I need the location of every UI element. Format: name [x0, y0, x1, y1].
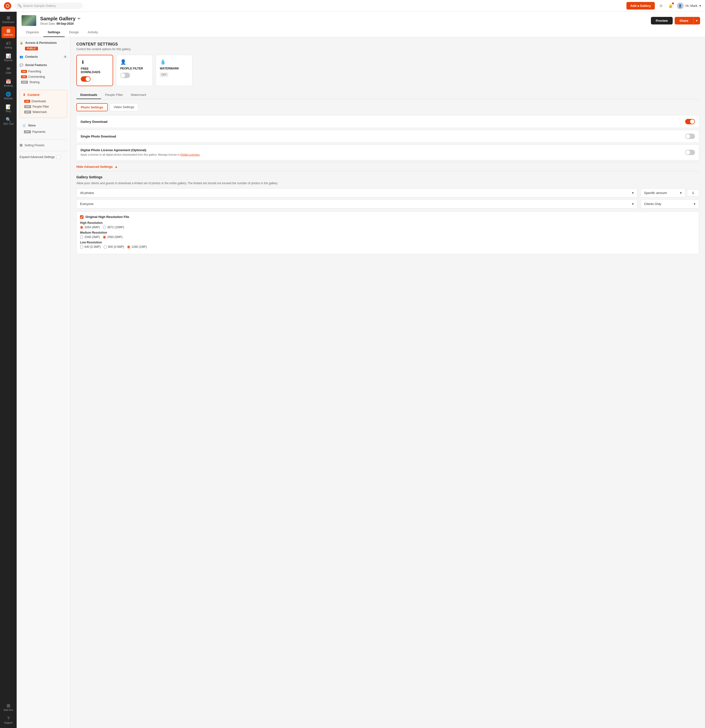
sidebar-item-reports[interactable]: 📊 Reports — [1, 52, 15, 64]
user-greeting: Hi, Mark — [686, 4, 698, 7]
specific-amount-select[interactable]: Specific amount ▾ — [640, 188, 685, 197]
contacts-header: 👥 Contacts 0 — [20, 55, 67, 58]
content-settings-desc: Control the content options for this gal… — [77, 48, 699, 51]
sidebar-label-booking: Booking — [4, 84, 13, 87]
setting-presets-label: Setting Presets — [25, 144, 44, 147]
access-permissions-title: Access & Permissions — [25, 41, 57, 45]
logo[interactable] — [4, 2, 11, 10]
commenting-tag: ON — [21, 75, 27, 78]
sidebar-item-support[interactable]: ? Support — [1, 714, 15, 726]
sharing-tag: OFF — [21, 81, 28, 84]
clients-only-select[interactable]: Clients Only ▾ — [640, 199, 699, 208]
digital-license-title: Digital Photo License Agreement (Optiona… — [81, 148, 685, 152]
low-res-radio-3[interactable] — [127, 246, 130, 248]
tab-settings[interactable]: Settings — [43, 28, 65, 37]
everyone-select[interactable]: Everyone ▾ — [77, 199, 637, 208]
high-res-group: High Resolution 3264 (8MP) 3872 (10MP) — [80, 221, 695, 229]
all-photos-select[interactable]: All photos ▾ — [77, 188, 637, 197]
sidebar-label-galleries: Galleries — [3, 33, 13, 36]
medium-res-radio-1[interactable] — [80, 235, 83, 239]
social-sharing: OFF Sharing — [20, 79, 67, 85]
expand-advanced-checkbox[interactable] — [56, 155, 61, 159]
sidebar-item-seo[interactable]: 🔍 SEO Tool — [1, 116, 15, 127]
sub-tab-watermark[interactable]: Watermark — [127, 91, 150, 99]
digital-license-knob — [686, 150, 690, 155]
sub-tab-downloads[interactable]: Downloads — [77, 91, 101, 99]
setting-presets[interactable]: 🖼 Setting Presets — [20, 142, 67, 149]
expand-advanced-settings[interactable]: Expand Advanced Settings — [20, 153, 67, 161]
low-res-option-2[interactable]: 800 (0.5MP) — [104, 245, 124, 248]
low-res-options: 640 (0.3MP) 800 (0.5MP) 1280 (1MP) — [80, 245, 695, 248]
public-badge[interactable]: PUBLIC — [25, 47, 38, 51]
gallery-title-row: Sample Gallery ✏ Shoot Date: 09-Sep-2024… — [22, 15, 700, 26]
low-res-radio-1[interactable] — [80, 246, 83, 248]
digital-licenses-link[interactable]: Digital Licenses. — [180, 153, 200, 156]
high-res-option-2[interactable]: 3872 (10MP) — [103, 225, 124, 229]
digital-license-toggle[interactable] — [685, 150, 695, 155]
sidebar-item-addons[interactable]: ⊞ Add-Ons — [1, 702, 15, 713]
user-info[interactable]: 👤 Hi, Mark ▾ — [677, 3, 701, 9]
sidebar-label-website: Website — [4, 97, 13, 100]
people-filter-label: People Filter — [33, 105, 49, 108]
search-box[interactable]: 🔍 Search Sample Gallery — [14, 3, 83, 9]
sidebar-item-dashboard[interactable]: ⊞ Dashboard — [1, 14, 15, 25]
store-label: Store — [28, 124, 36, 127]
sidebar-label-blog: Blog — [6, 110, 11, 113]
gallery-download-row: Gallery Download — [77, 115, 699, 128]
sidebar-item-galleries[interactable]: ▦ Galleries — [1, 26, 15, 38]
people-filter-toggle[interactable] — [120, 73, 130, 78]
seo-icon: 🔍 — [6, 117, 11, 122]
hide-advanced-settings[interactable]: Hide Advanced Settings ▲ — [77, 162, 699, 171]
main-content: Sample Gallery ✏ Shoot Date: 09-Sep-2024… — [17, 12, 705, 728]
tab-organize[interactable]: Organize — [22, 28, 43, 37]
sidebar-item-booking[interactable]: 📅 Booking — [1, 77, 15, 89]
lock-icon: 🔒 — [20, 41, 23, 45]
edit-title-icon[interactable]: ✏ — [78, 17, 81, 20]
gallery-download-toggle[interactable] — [685, 119, 695, 124]
amount-input[interactable] — [687, 189, 699, 196]
specific-amount-label: Specific amount — [644, 191, 667, 195]
sidebar-item-blog[interactable]: 📝 Blog — [1, 103, 15, 114]
add-gallery-button[interactable]: Add a Gallery — [627, 2, 655, 10]
low-res-option-1[interactable]: 640 (0.3MP) — [80, 245, 101, 248]
people-filter-tag: OFF — [24, 105, 31, 108]
low-res-radio-2[interactable] — [104, 246, 107, 248]
specific-amount-chevron: ▾ — [680, 191, 682, 195]
watermark-card[interactable]: 💧 WATERMARK OFF — [156, 55, 193, 86]
free-downloads-card[interactable]: ⬇ FREE DOWNLOADS — [77, 55, 113, 86]
preview-button[interactable]: Preview — [651, 17, 673, 25]
nav-right: Add a Gallery ⊡ 🔔 👤 Hi, Mark ▾ — [627, 2, 701, 10]
single-photo-title: Single Photo Download — [81, 134, 685, 138]
commenting-label: Commenting — [28, 75, 45, 78]
sidebar-item-crm[interactable]: ✉ CRM — [1, 65, 15, 76]
original-res-checkbox[interactable] — [80, 215, 84, 219]
sub-tab-people-filter[interactable]: People Filter — [101, 91, 127, 99]
medium-res-radio-2[interactable] — [103, 235, 106, 239]
people-filter-card[interactable]: 👤 PEOPLE FILTER — [116, 55, 153, 86]
free-downloads-toggle[interactable] — [81, 76, 91, 82]
high-res-radio-2[interactable] — [103, 226, 106, 229]
photo-settings-tab[interactable]: Photo Settings — [77, 103, 108, 111]
single-photo-toggle[interactable] — [685, 134, 695, 139]
medium-res-option-1[interactable]: 2048 (3MP) — [80, 235, 100, 239]
high-res-option-1[interactable]: 3264 (8MP) — [80, 225, 100, 229]
sidebar-item-selling[interactable]: 🏷 Selling — [1, 39, 15, 51]
social-commenting: ON Commenting — [20, 74, 67, 79]
notification-icon[interactable]: 🔔 — [667, 3, 673, 9]
watermark-title: WATERMARK — [160, 67, 188, 70]
dropdowns-row: All photos ▾ Everyone ▾ Specific amount — [77, 188, 699, 208]
content-section-title: ⬇ Content — [23, 93, 64, 97]
share-dropdown-button[interactable]: ▾ — [693, 17, 700, 25]
gallery-icon[interactable]: ⊡ — [658, 3, 664, 9]
medium-res-option-2[interactable]: 2560 (5MP) — [103, 235, 123, 239]
social-icon: 💬 — [20, 64, 23, 67]
addons-icon: ⊞ — [7, 703, 10, 708]
video-settings-tab[interactable]: Video Settings — [110, 103, 139, 111]
tab-design[interactable]: Design — [65, 28, 83, 37]
high-res-radio-1[interactable] — [80, 226, 83, 229]
low-res-option-3[interactable]: 1280 (1MP) — [127, 245, 147, 248]
share-button[interactable]: Share — [675, 17, 693, 25]
tab-activity[interactable]: Activity — [84, 28, 102, 37]
social-features-section: 💬 Social Features ON Favoriting ON Comme… — [20, 64, 67, 85]
sidebar-item-website[interactable]: 🌐 Website — [1, 90, 15, 102]
